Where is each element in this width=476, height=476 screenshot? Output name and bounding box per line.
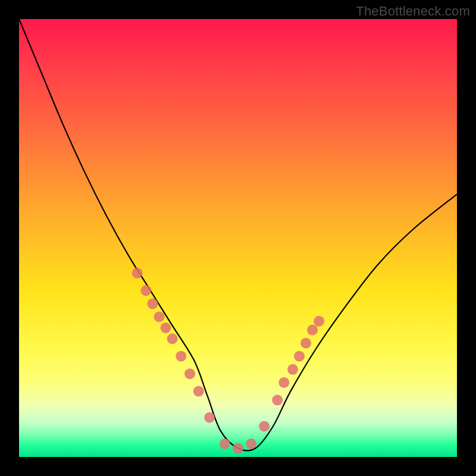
data-point: [193, 386, 204, 397]
data-point: [220, 439, 230, 449]
watermark-text: TheBottleneck.com: [356, 4, 470, 19]
data-point: [204, 412, 215, 423]
data-point: [259, 421, 270, 431]
data-point: [300, 338, 311, 349]
chart-frame: TheBottleneck.com: [0, 0, 476, 476]
data-point: [287, 364, 298, 375]
plot-area: [19, 19, 457, 457]
data-point: [184, 368, 195, 379]
data-point: [161, 322, 171, 333]
data-point: [140, 285, 151, 296]
curve-path: [19, 19, 457, 450]
data-point: [278, 377, 289, 388]
data-point: [176, 351, 186, 362]
data-point: [272, 394, 283, 405]
data-point: [314, 316, 324, 327]
data-point: [147, 298, 158, 309]
bottleneck-curve: [19, 19, 457, 457]
data-point: [154, 311, 165, 322]
data-point: [294, 351, 305, 362]
data-point: [307, 325, 318, 336]
data-point: [233, 443, 243, 453]
data-point: [246, 439, 256, 449]
data-point: [132, 268, 143, 278]
data-point: [167, 333, 178, 344]
